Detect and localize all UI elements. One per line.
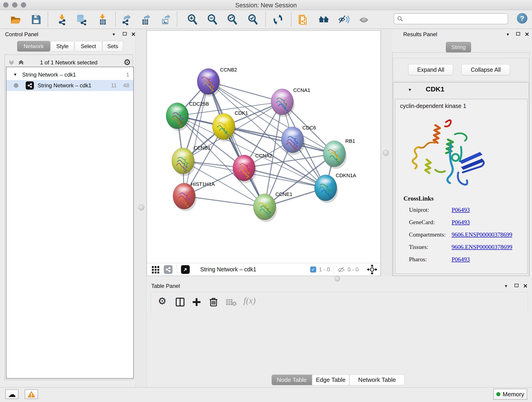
protein-structure-image bbox=[401, 113, 490, 188]
gene-section: ▼ CDK1 cyclin-dependent kinase 1 bbox=[393, 82, 529, 276]
show-eye-icon[interactable] bbox=[358, 13, 370, 26]
left-splitter-grip[interactable] bbox=[138, 204, 144, 211]
function-builder-icon[interactable]: f(x) bbox=[244, 295, 256, 306]
network-canvas[interactable]: CCNB2CCNA1CDC25BCDK1CDC6RB1CCNB1CCNA2CDK… bbox=[147, 31, 380, 263]
bottom-splitter-grip[interactable] bbox=[335, 276, 340, 281]
results-panel: Results Panel ▼ ✕ String Expand All Coll… bbox=[392, 29, 532, 276]
status-bar: ☁ Memory bbox=[0, 387, 532, 402]
crosslink-label: Pharos: bbox=[409, 256, 427, 263]
home-icon[interactable] bbox=[318, 13, 330, 26]
toolbar-separator bbox=[115, 12, 116, 27]
string-results-content: Expand All Collapse All ▼ CDK1 cyclin-de… bbox=[392, 52, 530, 276]
network-type-icon bbox=[26, 81, 34, 89]
svg-text:CCNE1: CCNE1 bbox=[275, 191, 292, 197]
right-splitter[interactable] bbox=[381, 29, 392, 276]
import-network-database-icon[interactable] bbox=[75, 13, 87, 26]
svg-text:CDC25B: CDC25B bbox=[189, 101, 209, 107]
export-table-icon[interactable] bbox=[140, 13, 152, 26]
panel-close-icon[interactable]: ✕ bbox=[525, 32, 529, 37]
export-network-icon[interactable] bbox=[120, 13, 133, 26]
add-column-icon[interactable] bbox=[192, 297, 201, 307]
panel-float-icon[interactable] bbox=[515, 284, 519, 287]
selected-count-badge: 1 - 0 bbox=[319, 266, 330, 273]
control-panel-title: Control Panel bbox=[5, 31, 38, 38]
import-network-icon[interactable] bbox=[56, 13, 68, 26]
tree-network-edge-count: 48 bbox=[123, 82, 129, 89]
grid-view-icon[interactable] bbox=[152, 265, 160, 274]
results-panel-title: Results Panel bbox=[403, 31, 437, 38]
tab-sets[interactable]: Sets bbox=[102, 41, 123, 51]
crosslink-label: Tissues: bbox=[409, 244, 428, 250]
network-thumbnail-icon[interactable] bbox=[164, 265, 172, 274]
tab-edge-table[interactable]: Edge Table bbox=[312, 375, 349, 385]
table-panel-title: Table Panel bbox=[151, 283, 180, 289]
toolbar-separator bbox=[265, 12, 266, 27]
panel-float-icon[interactable] bbox=[516, 32, 520, 36]
cloud-button[interactable]: ☁ bbox=[5, 389, 19, 399]
right-splitter-grip[interactable] bbox=[383, 150, 389, 156]
panel-close-icon[interactable]: ✕ bbox=[131, 32, 136, 37]
hide-eye-icon[interactable] bbox=[338, 13, 350, 26]
gear-icon[interactable]: ⚙ bbox=[123, 57, 131, 67]
help-button[interactable]: ? bbox=[517, 13, 527, 24]
crosslink-tissues-link[interactable]: 9606.ENSP00000378699 bbox=[452, 244, 512, 250]
warnings-button[interactable] bbox=[25, 389, 38, 399]
save-file-icon[interactable] bbox=[30, 13, 42, 26]
tab-network[interactable]: Network bbox=[17, 41, 50, 51]
tab-string[interactable]: String bbox=[446, 42, 471, 52]
toolbar-separator bbox=[291, 12, 291, 27]
delete-column-trash-icon[interactable] bbox=[209, 297, 218, 307]
tree-collection-label: String Network – cdk1 bbox=[22, 71, 76, 78]
left-splitter[interactable] bbox=[136, 29, 147, 387]
tree-row-network[interactable]: String Network – cdk1 11 48 bbox=[6, 80, 133, 91]
crosslink-pharos-link[interactable]: P06493 bbox=[452, 256, 470, 263]
network-view-statusbar: String Network – cdk1 ✓ 1 - 0 0 - 0 bbox=[147, 263, 380, 276]
gene-expander-icon[interactable]: ▼ bbox=[408, 88, 412, 92]
tab-style[interactable]: Style bbox=[51, 41, 74, 51]
detach-view-icon[interactable] bbox=[181, 265, 190, 274]
tree-expander-icon[interactable]: ▼ bbox=[13, 72, 17, 77]
tab-network-table[interactable]: Network Table bbox=[349, 375, 405, 385]
panel-menu-icon[interactable]: ▼ bbox=[112, 32, 116, 36]
tab-select[interactable]: Select bbox=[75, 41, 102, 51]
tree-row-collection[interactable]: ▼ String Network – cdk1 1 bbox=[6, 70, 133, 80]
open-file-icon[interactable] bbox=[9, 13, 21, 26]
selected-checkbox-icon[interactable]: ✓ bbox=[310, 267, 316, 273]
panel-menu-icon[interactable]: ▼ bbox=[504, 284, 508, 288]
show-columns-icon[interactable] bbox=[175, 297, 185, 307]
search-icon bbox=[397, 16, 403, 22]
crosslink-label: Uniprot: bbox=[409, 206, 429, 213]
import-table-icon[interactable] bbox=[96, 13, 108, 26]
birdseye-toggle-icon[interactable] bbox=[367, 265, 377, 274]
delete-table-icon[interactable] bbox=[226, 299, 237, 306]
window-title: Session: New Session bbox=[0, 2, 532, 9]
crosslink-compartments-link[interactable]: 9606.ENSP00000378699 bbox=[452, 231, 512, 238]
crosslink-genecard-link[interactable]: P06493 bbox=[452, 219, 470, 226]
search-input[interactable] bbox=[394, 13, 508, 24]
crosslink-label: GeneCard: bbox=[409, 219, 435, 226]
refresh-icon[interactable] bbox=[272, 13, 284, 26]
export-image-icon[interactable] bbox=[160, 13, 172, 26]
svg-text:CCNB1: CCNB1 bbox=[194, 145, 210, 151]
memory-button[interactable]: Memory bbox=[493, 389, 527, 400]
string-document-icon[interactable] bbox=[297, 13, 309, 26]
tree-collection-count: 1 bbox=[126, 71, 129, 78]
control-panel: Control Panel ▼ ✕ Network Style Select S… bbox=[3, 29, 136, 387]
table-settings-gear-icon[interactable]: ⚙ bbox=[158, 295, 167, 307]
zoom-fit-icon[interactable] bbox=[226, 13, 238, 26]
zoom-selected-icon[interactable] bbox=[247, 13, 259, 26]
collapse-all-button[interactable]: Collapse All bbox=[462, 64, 510, 75]
crosslink-uniprot-link[interactable]: P06493 bbox=[452, 206, 470, 213]
memory-label: Memory bbox=[503, 391, 524, 398]
tab-node-table[interactable]: Node Table bbox=[272, 375, 312, 385]
panel-menu-icon[interactable]: ▼ bbox=[506, 32, 510, 36]
bottom-splitter[interactable] bbox=[147, 276, 532, 282]
panel-close-icon[interactable]: ✕ bbox=[523, 283, 528, 289]
expand-all-button[interactable]: Expand All bbox=[408, 64, 453, 75]
zoom-out-icon[interactable] bbox=[206, 13, 218, 26]
svg-text:HIST1H1A: HIST1H1A bbox=[191, 181, 215, 187]
zoom-in-icon[interactable] bbox=[186, 13, 198, 26]
warning-icon bbox=[27, 390, 36, 398]
title-bar: Session: New Session bbox=[0, 0, 532, 10]
panel-float-icon[interactable] bbox=[123, 32, 127, 36]
